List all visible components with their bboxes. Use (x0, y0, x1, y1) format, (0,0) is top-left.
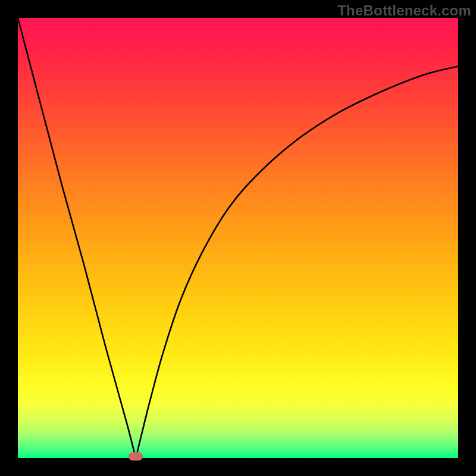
curve-left-branch (18, 18, 136, 458)
watermark-text: TheBottleneck.com (337, 2, 471, 19)
chart-frame: TheBottleneck.com (0, 0, 476, 476)
curve-right-branch (136, 66, 458, 458)
plot-area (18, 18, 458, 458)
curve-layer (18, 18, 458, 458)
optimum-marker (129, 452, 143, 461)
